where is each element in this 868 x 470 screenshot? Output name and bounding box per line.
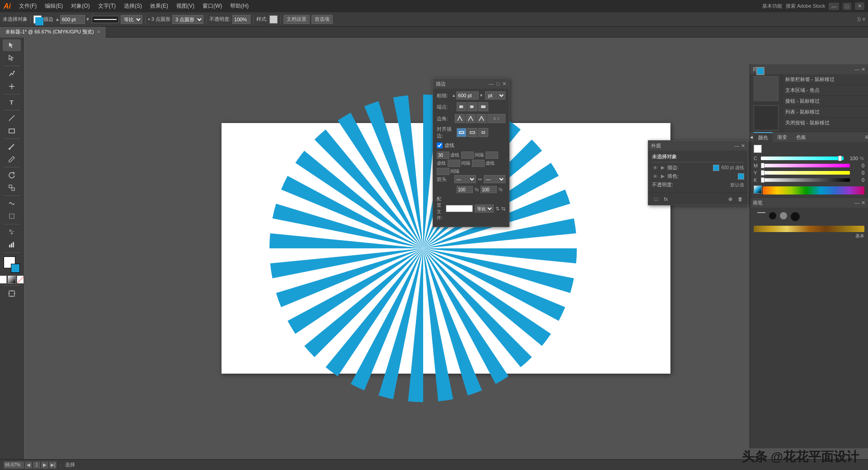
menu-file[interactable]: 文件(F) — [15, 1, 40, 11]
dash-checkbox[interactable] — [437, 142, 443, 148]
stroke-dialog-minimize[interactable]: — — [489, 81, 494, 86]
color-tab-swatches[interactable]: 色板 — [792, 132, 811, 142]
gap-input-3[interactable] — [437, 168, 449, 175]
appearance-delete-btn[interactable]: 🗑 — [736, 195, 744, 203]
zoom-prev[interactable]: ◀ — [25, 461, 32, 469]
arrow-start-select[interactable]: — — [454, 175, 476, 183]
corner-round-btn[interactable] — [466, 114, 476, 123]
fill-color-swatch[interactable] — [738, 173, 744, 180]
symbol-tag-text-area[interactable]: 文本区域 - 焦点 — [783, 85, 868, 96]
restore-btn[interactable]: □ — [843, 3, 851, 10]
menu-window[interactable]: 窗口(W) — [199, 1, 226, 11]
color-panel-menu[interactable]: ≡ — [865, 134, 868, 140]
cap-round-btn[interactable] — [467, 102, 477, 111]
symbol-panel-close[interactable]: ✕ — [861, 66, 865, 72]
zoom-end[interactable]: ▶| — [49, 461, 57, 469]
appearance-add-btn[interactable]: □ — [652, 195, 660, 203]
document-tab[interactable]: 未标题-1* @ 66.67% (CMYK/GPU 预览) ✕ — [0, 27, 106, 38]
profile-flip-icon[interactable]: ⇅ — [495, 206, 500, 212]
doc-setup-btn[interactable]: 文档设置 — [283, 15, 310, 24]
minimize-btn[interactable]: — — [829, 3, 839, 10]
artboard-tool[interactable] — [3, 288, 21, 299]
corner-miter-input[interactable]: 4 × — [487, 114, 505, 123]
profile-flip2-icon[interactable]: ⇆ — [501, 206, 505, 212]
gap-input-1[interactable] — [461, 152, 474, 159]
zoom-next[interactable]: ▶ — [41, 461, 48, 469]
appearance-expand-btn[interactable]: ✕ — [741, 143, 745, 149]
brush-panel-close[interactable]: ✕ — [861, 200, 865, 206]
type-tool[interactable]: T — [3, 96, 21, 108]
align-center-btn[interactable] — [457, 128, 467, 137]
color-spectrum-bar[interactable] — [763, 186, 864, 195]
align-outside-btn[interactable] — [478, 128, 488, 137]
stroke-profile-select[interactable]: 等比 — [121, 15, 142, 24]
color-tab-gradient[interactable]: 渐变 — [773, 132, 792, 142]
appearance-fx-btn[interactable]: fx — [662, 195, 670, 203]
graph-tool[interactable] — [3, 239, 21, 251]
stroke-dialog-expand[interactable]: □ — [496, 81, 500, 86]
fill-expand-icon[interactable]: ▶ — [660, 173, 665, 179]
stroke-color-indicator[interactable] — [756, 67, 764, 75]
c-slider[interactable] — [761, 157, 844, 160]
dash-input-1[interactable] — [437, 152, 449, 159]
dash-input-3[interactable] — [472, 160, 485, 167]
m-slider[interactable] — [761, 164, 850, 167]
symbol-thumb-2[interactable] — [750, 104, 782, 133]
cap-square-btn[interactable] — [478, 102, 488, 111]
stroke-color-box[interactable] — [33, 15, 42, 24]
preferences-btn[interactable]: 首选项 — [311, 15, 333, 24]
pen-tool[interactable] — [3, 68, 21, 80]
background-color[interactable] — [11, 264, 20, 273]
normal-mode-btn[interactable] — [0, 275, 7, 284]
menu-effect[interactable]: 效果(E) — [146, 1, 172, 11]
brush-dot-3[interactable] — [791, 212, 800, 221]
symbol-tag-list-item[interactable]: 列表 - 鼠标移过 — [783, 107, 868, 118]
y-slider[interactable] — [761, 171, 850, 175]
color-collapse-btn[interactable]: ◂ — [750, 134, 754, 140]
zoom-num[interactable]: 1 — [33, 461, 40, 469]
menu-view[interactable]: 视图(V) — [173, 1, 198, 11]
stroke-width-up[interactable]: ▲ — [452, 93, 456, 98]
appearance-copy-btn[interactable]: ⊕ — [726, 195, 734, 203]
menu-edit[interactable]: 编辑(E) — [41, 1, 66, 11]
gradient-mode-btn[interactable] — [8, 275, 16, 284]
toolbar-menu-btn[interactable]: ≡ — [863, 16, 865, 22]
scale-end-input[interactable] — [481, 186, 497, 193]
free-transform-tool[interactable] — [3, 210, 21, 222]
symbol-tag-label-bar[interactable]: 标签栏标签 - 鼠标移过 — [783, 74, 868, 85]
symbol-tag-button[interactable]: 接钮 - 鼠标移过 — [783, 96, 868, 107]
brush-tool[interactable] — [3, 141, 21, 152]
stroke-width-input[interactable] — [60, 15, 85, 24]
brush-dot-2[interactable] — [780, 212, 787, 219]
rotate-tool[interactable] — [3, 169, 21, 181]
line-tool[interactable] — [3, 112, 21, 124]
direct-select-tool[interactable] — [3, 52, 21, 64]
menu-text[interactable]: 文字(T) — [94, 1, 119, 11]
zoom-input[interactable] — [4, 461, 24, 469]
stroke-width-input[interactable] — [456, 91, 479, 100]
symbol-panel-minimize[interactable]: — — [854, 66, 859, 72]
color-tab-color[interactable]: 颜色 — [754, 132, 773, 142]
menu-object[interactable]: 对象(O) — [67, 1, 93, 11]
stroke-width-down[interactable]: ▼ — [479, 93, 483, 98]
tab-close-btn[interactable]: ✕ — [97, 29, 100, 34]
brush-none-btn[interactable] — [757, 212, 765, 213]
appearance-minimize[interactable]: — — [734, 143, 739, 148]
brush-dot-1[interactable] — [769, 212, 776, 219]
profile-select[interactable]: 等比 — [475, 204, 494, 213]
stroke-unit-select[interactable]: pt px mm — [485, 91, 505, 100]
align-inside-btn[interactable] — [467, 128, 477, 137]
cap-butt-btn[interactable] — [457, 102, 467, 111]
symbol-sprayer-tool[interactable] — [3, 226, 21, 238]
select-tool[interactable] — [3, 39, 21, 51]
stroke-visibility-icon[interactable]: 👁 — [652, 165, 658, 171]
stroke-color-swatch[interactable] — [713, 165, 719, 171]
add-anchor-tool[interactable] — [3, 81, 21, 92]
gap-input-2[interactable] — [448, 160, 460, 167]
scale-start-input[interactable] — [457, 186, 473, 193]
pencil-tool[interactable] — [3, 153, 21, 165]
stroke-up-icon[interactable]: ▲ — [55, 17, 60, 22]
scale-tool[interactable] — [3, 182, 21, 194]
arrow-end-select[interactable]: — — [484, 175, 505, 183]
menu-help[interactable]: 帮助(H) — [226, 1, 252, 11]
